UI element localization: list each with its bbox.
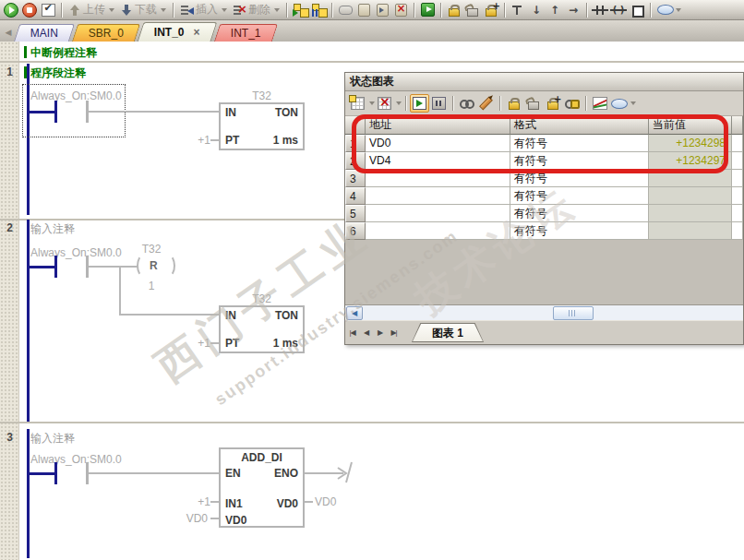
reset-coil[interactable]: R xyxy=(150,259,158,272)
format-cell[interactable]: 有符号 xyxy=(510,135,649,152)
force-button[interactable] xyxy=(445,2,463,18)
contact-operand[interactable]: Always_On:SM0.0 xyxy=(30,89,122,102)
coil-button[interactable]: ( ) xyxy=(609,2,628,18)
stop-button[interactable] xyxy=(20,2,39,18)
address-cell[interactable] xyxy=(366,170,510,187)
contact-operand[interactable]: Always_On:SM0.0 xyxy=(30,453,122,466)
out-operand[interactable]: VD0 xyxy=(315,495,336,508)
program-status-button[interactable] xyxy=(291,2,309,18)
read-forced-button[interactable] xyxy=(562,94,582,113)
in1-operand[interactable]: +1 xyxy=(185,495,210,508)
delete-chart-button[interactable] xyxy=(375,94,394,113)
force-button[interactable] xyxy=(504,94,523,113)
force-all-button[interactable] xyxy=(482,2,500,18)
download-button[interactable]: 下载 xyxy=(117,2,169,18)
write-button[interactable] xyxy=(476,94,496,113)
run-button[interactable] xyxy=(2,2,20,18)
format-cell[interactable]: 有符号 xyxy=(510,222,649,240)
pause-chart-button[interactable] xyxy=(429,94,449,113)
trend-view-button[interactable] xyxy=(590,94,609,113)
scrollbar-thumb[interactable] xyxy=(553,306,594,320)
bookmark-toggle-button[interactable] xyxy=(354,2,373,18)
format-cell[interactable]: 有符号 xyxy=(510,205,649,222)
contact-bar xyxy=(54,101,57,123)
ton-box[interactable]: IN TON PT 1 ms xyxy=(219,305,305,353)
status-window-titlebar[interactable]: 状态图表 xyxy=(345,73,743,91)
network-comment[interactable]: 程序段注释 xyxy=(30,66,86,81)
value-cell[interactable]: +1234298 xyxy=(649,135,732,152)
upload-button[interactable]: 上传 xyxy=(66,2,117,18)
network-comment[interactable]: 输入注释 xyxy=(30,431,75,447)
tab-scroll-left-button[interactable]: ◀ xyxy=(2,24,15,41)
line-up-button[interactable]: ↑ xyxy=(546,2,564,18)
format-cell[interactable]: 有符号 xyxy=(510,170,649,187)
delete-button[interactable]: 删除 xyxy=(230,2,282,18)
address-button[interactable] xyxy=(336,2,354,18)
value-cell[interactable]: +1234297 xyxy=(649,152,732,170)
unforce-button[interactable] xyxy=(523,94,543,113)
line-right-button[interactable]: → xyxy=(564,2,582,18)
chevron-down-icon[interactable] xyxy=(630,101,636,105)
tab-int1[interactable]: INT_1 xyxy=(214,24,278,42)
sheet-next-button[interactable]: ▶ xyxy=(373,328,387,337)
horizontal-scrollbar[interactable]: ◀ xyxy=(345,304,743,320)
sheet-prev-button[interactable]: ◀ xyxy=(359,328,373,337)
format-cell[interactable]: 有符号 xyxy=(510,152,649,170)
coil-operand[interactable]: 1 xyxy=(114,280,188,292)
address-column-header[interactable]: 地址 xyxy=(366,116,510,135)
bookmark-clear-button[interactable] xyxy=(391,2,410,18)
pt-operand[interactable]: +1 xyxy=(185,134,210,147)
format-column-header[interactable]: 格式 xyxy=(510,116,649,135)
address-cell[interactable] xyxy=(366,205,510,222)
address-cell[interactable]: VD0 xyxy=(366,135,510,152)
value-cell[interactable] xyxy=(649,187,732,205)
row-number-button[interactable]: 6 xyxy=(345,222,366,240)
tab-sbr0[interactable]: SBR_0 xyxy=(72,24,140,42)
tab-int0-active[interactable]: INT_0× xyxy=(138,22,218,42)
new-chart-button[interactable] xyxy=(348,94,367,113)
read-all-button[interactable] xyxy=(457,94,476,113)
row-number-button[interactable]: 2 xyxy=(345,152,366,170)
chevron-down-icon[interactable] xyxy=(396,101,402,105)
value-column-header[interactable]: 当前值 xyxy=(649,116,732,135)
unforce-button[interactable] xyxy=(463,2,482,18)
value-cell[interactable] xyxy=(649,222,732,240)
box-button[interactable] xyxy=(628,2,646,18)
force-all-button[interactable] xyxy=(543,94,562,113)
corner-header-cell[interactable] xyxy=(345,116,366,135)
bookmark-next-button[interactable] xyxy=(373,2,391,18)
value-cell[interactable] xyxy=(649,205,732,222)
add-di-box[interactable]: ADD_DI EN ENO IN1 VD0 VD0 xyxy=(219,447,305,528)
row-number-button[interactable]: 1 xyxy=(345,135,366,152)
row-number-button[interactable]: 3 xyxy=(345,170,366,187)
interrupt-routine-comment[interactable]: 中断例程注释 xyxy=(30,45,97,61)
chart-status-button[interactable] xyxy=(309,2,328,18)
format-cell[interactable]: 有符号 xyxy=(510,187,649,205)
insert-button[interactable]: 插入 xyxy=(177,2,230,18)
ellipse-button[interactable] xyxy=(609,94,629,113)
chart-status-on-button[interactable] xyxy=(410,94,429,113)
sheet-last-button[interactable]: ▶| xyxy=(387,328,401,337)
ton-box[interactable]: IN TON PT 1 ms xyxy=(219,102,305,150)
compile-button[interactable] xyxy=(39,2,57,18)
address-cell[interactable] xyxy=(366,222,510,240)
address-cell[interactable]: VD4 xyxy=(366,152,510,170)
goto-button[interactable] xyxy=(418,2,437,18)
in2-operand[interactable]: VD0 xyxy=(182,512,208,525)
sheet-first-button[interactable]: |◀ xyxy=(345,328,359,337)
row-number-button[interactable]: 5 xyxy=(345,205,366,222)
row-number-button[interactable]: 4 xyxy=(345,187,366,205)
scroll-left-icon[interactable]: ◀ xyxy=(346,306,363,320)
line-down-button[interactable]: ↓ xyxy=(527,2,546,18)
close-icon[interactable]: × xyxy=(194,26,200,39)
address-cell[interactable] xyxy=(366,187,510,205)
pt-operand[interactable]: +1 xyxy=(185,337,210,350)
sheet-tab-chart1[interactable]: 图表 1 xyxy=(412,323,484,342)
insert-branch-button[interactable] xyxy=(509,2,527,18)
ellipse-button[interactable] xyxy=(654,2,684,18)
contact-operand[interactable]: Always_On:SM0.0 xyxy=(30,246,122,259)
contact-button[interactable] xyxy=(591,2,609,18)
tab-main[interactable]: MAIN xyxy=(14,24,75,42)
value-cell[interactable] xyxy=(649,170,732,187)
network-comment[interactable]: 输入注释 xyxy=(30,221,75,237)
